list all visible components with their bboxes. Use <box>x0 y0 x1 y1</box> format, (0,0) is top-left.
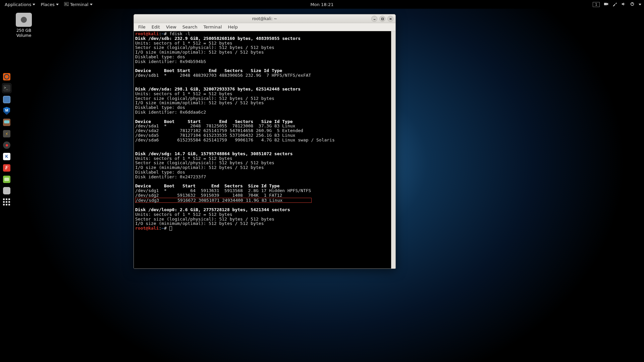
disk-sdg-header: Disk /dev/sdg: 14.7 GiB, 15795748864 byt… <box>135 151 293 156</box>
faraday-icon: F <box>3 164 10 172</box>
dock-zenmap[interactable]: K <box>2 152 11 162</box>
sda-row-3: /dev/sda5 78127104 615233535 537106432 2… <box>135 133 295 138</box>
minimize-button[interactable] <box>371 16 377 22</box>
sda-row-4: /dev/sda6 615235584 625141759 9906176 4.… <box>135 137 335 142</box>
terminal-taskbar-item[interactable]: >_ Terminal <box>62 2 95 7</box>
terminal-scrollbar[interactable] <box>391 31 395 268</box>
sda-row-1: /dev/sda1 * 2048 78125055 78123008 37.3G… <box>135 123 295 128</box>
dock-files[interactable] <box>2 95 11 105</box>
dock-armitage[interactable] <box>2 117 11 127</box>
shield-icon <box>3 107 10 115</box>
color-picker-icon[interactable] <box>612 2 617 7</box>
menubar: File Edit View Search Terminal Help <box>134 23 395 31</box>
dock-metasploit[interactable] <box>2 106 11 116</box>
sdb-table-header: Device Boot Start End Sectors Size Id Ty… <box>135 68 282 73</box>
command-text: fdisk -l <box>169 31 191 36</box>
files-icon <box>3 96 10 103</box>
dock-faraday[interactable]: F <box>2 163 11 173</box>
svg-rect-2 <box>604 3 607 5</box>
dock-recorder[interactable] <box>2 140 11 150</box>
window-title: root@kali: ~ <box>252 16 277 21</box>
sdg-row-3-highlighted: /dev/sdg3 5916672 30851071 24934400 11.9… <box>135 198 312 203</box>
chevron-down-icon <box>56 4 59 5</box>
sda-row-2: /dev/sda2 78127102 625141759 547014658 2… <box>135 128 303 133</box>
desktop-volume-label-line2: Volume <box>9 33 39 38</box>
disk-sdb-header: Disk /dev/sdb: 232.9 GiB, 250058268160 b… <box>135 36 301 41</box>
places-label: Places <box>41 2 54 7</box>
dock-terminal[interactable] <box>2 83 11 93</box>
chevron-down-icon <box>90 4 93 5</box>
menu-file[interactable]: File <box>135 24 149 29</box>
cursor-icon <box>169 226 172 231</box>
svg-text:>_: >_ <box>65 3 69 6</box>
armitage-icon <box>3 119 10 126</box>
sdg-row-1: /dev/sdg1 * 64 5913631 5913568 2.8G 17 H… <box>135 188 311 193</box>
menu-search[interactable]: Search <box>179 24 201 29</box>
desktop-volume-label-line1: 250 GB <box>9 28 39 33</box>
menu-view[interactable]: View <box>163 24 179 29</box>
dock-burpsuite[interactable] <box>2 129 11 139</box>
places-menu[interactable]: Places <box>39 2 60 7</box>
top-panel: Applications Places >_ Terminal Mon 18:2… <box>0 0 644 9</box>
close-button[interactable] <box>387 16 393 22</box>
terminal-taskbar-label: Terminal <box>70 2 89 7</box>
titlebar[interactable]: root@kali: ~ <box>134 14 395 23</box>
disk-sda-header: Disk /dev/sda: 298.1 GiB, 320072933376 b… <box>135 86 301 92</box>
svg-rect-6 <box>381 18 383 19</box>
terminal-window: root@kali: ~ File Edit View Search Termi… <box>133 14 396 269</box>
menu-terminal[interactable]: Terminal <box>200 24 225 29</box>
dock-leafpad[interactable] <box>2 174 11 184</box>
leafpad-icon <box>3 176 10 183</box>
terminal-icon <box>3 84 10 92</box>
terminal-output[interactable]: root@kali:~# fdisk -l Disk /dev/sdb: 232… <box>134 31 391 268</box>
apps-grid-icon <box>3 198 10 206</box>
sdb-row-1: /dev/sdb1 * 2048 488392703 488390656 232… <box>135 73 311 78</box>
maximize-button[interactable] <box>379 16 385 22</box>
chevron-down-icon[interactable] <box>639 4 641 5</box>
applications-label: Applications <box>5 2 31 7</box>
dock-firefox[interactable] <box>2 72 11 82</box>
volume-icon[interactable] <box>621 2 626 7</box>
power-icon[interactable] <box>630 2 635 7</box>
desktop-volume-icon[interactable]: 250 GB Volume <box>9 13 39 38</box>
firefox-icon <box>3 73 10 80</box>
panel-clock[interactable]: Mon 18:21 <box>310 2 333 7</box>
menu-help[interactable]: Help <box>225 24 241 29</box>
xterm-icon <box>3 187 10 194</box>
chevron-down-icon <box>33 4 35 5</box>
sda-table-header: Device Boot Start End Sectors Size Id Ty… <box>135 119 293 124</box>
disk-loop0-header: Disk /dev/loop0: 2.6 GiB, 2775728128 byt… <box>135 207 290 212</box>
left-dock: K F <box>0 70 13 209</box>
dock-show-apps[interactable] <box>2 197 11 207</box>
workspace-indicator[interactable]: 1 <box>593 2 600 7</box>
lightning-icon <box>3 130 10 137</box>
terminal-icon: >_ <box>64 2 69 7</box>
sdg-table-header: Device Boot Start End Sectors Size Id Ty… <box>135 183 279 188</box>
record-icon <box>3 141 10 149</box>
applications-menu[interactable]: Applications <box>3 2 37 7</box>
sdg-row-2: /dev/sdg2 5913632 5915039 1408 704K 1 FA… <box>135 193 282 198</box>
prompt-user: root@kali <box>135 31 159 36</box>
recording-icon[interactable] <box>604 2 608 7</box>
dock-xterm[interactable] <box>2 186 11 196</box>
clock-text: Mon 18:21 <box>310 2 333 7</box>
menu-edit[interactable]: Edit <box>149 24 163 29</box>
hard-disk-icon <box>16 13 32 27</box>
zenmap-icon: K <box>3 153 10 160</box>
